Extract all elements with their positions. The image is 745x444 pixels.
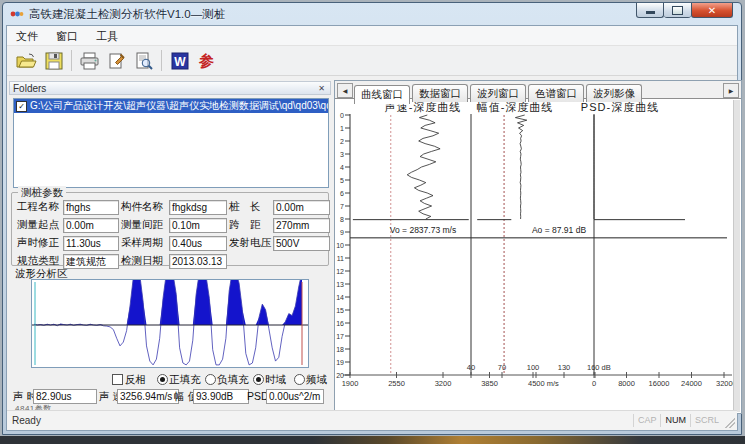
param-value[interactable]: 0.00m bbox=[273, 200, 330, 215]
word-export-icon: W bbox=[171, 52, 189, 70]
reading-value[interactable]: 0.00us^2/m bbox=[266, 389, 324, 404]
svg-text:4500 m/s: 4500 m/s bbox=[528, 379, 559, 388]
curve-pane: ◀ 曲线窗口数据窗口波列窗口色谱窗口波列影像 ▶ 012345678910111… bbox=[334, 80, 742, 414]
waveform-box[interactable] bbox=[31, 279, 309, 368]
folder-item[interactable]: ✓G:\公司产品设计开发\超声仪器\超声仪实地检测数据调试\qd\qd03\qd… bbox=[14, 99, 328, 113]
param-value[interactable]: 0.10m bbox=[169, 218, 227, 233]
svg-text:W: W bbox=[174, 54, 186, 68]
close-button[interactable]: ✕ bbox=[691, 3, 733, 18]
reading-value[interactable]: 93.90dB bbox=[193, 389, 249, 404]
keyboard-indicators: CAPNUMSCRL bbox=[633, 414, 723, 427]
menu-bar: 文件窗口工具 bbox=[7, 26, 737, 46]
minimize-button[interactable] bbox=[636, 3, 664, 18]
save-button[interactable] bbox=[40, 48, 67, 73]
param-value[interactable]: 建筑规范 bbox=[63, 254, 119, 269]
svg-text:2550: 2550 bbox=[388, 379, 405, 388]
reading-value[interactable]: 82.90us bbox=[33, 389, 97, 404]
svg-text:1900: 1900 bbox=[342, 379, 359, 388]
menu-item-0[interactable]: 文件 bbox=[7, 26, 47, 44]
maximize-icon bbox=[672, 6, 683, 15]
svg-text:24000: 24000 bbox=[681, 379, 702, 388]
menu-item-1[interactable]: 窗口 bbox=[47, 26, 87, 44]
velocity-depth-curve bbox=[407, 115, 440, 219]
tab-scroll-left-button[interactable]: ◀ bbox=[337, 83, 353, 98]
freq-domain-radio[interactable] bbox=[294, 374, 305, 385]
svg-text:6: 6 bbox=[340, 190, 344, 197]
chart-annotation: Ao = 87.91 dB bbox=[532, 225, 586, 235]
svg-text:3850: 3850 bbox=[481, 379, 498, 388]
svg-text:14: 14 bbox=[336, 294, 344, 301]
fill-negative-radio[interactable] bbox=[205, 374, 216, 385]
maximize-button[interactable] bbox=[664, 3, 691, 18]
pile-params-group: 测桩参数 工程名称fhghs构件名称fhgkdsg桩 长0.00m测量起点0.0… bbox=[11, 192, 329, 266]
time-domain-radio[interactable] bbox=[253, 374, 264, 385]
word-export-button[interactable]: W bbox=[166, 48, 193, 73]
svg-text:19: 19 bbox=[336, 359, 344, 366]
param-label: 测量间距 bbox=[121, 218, 167, 233]
fill-negative-label: 负填充 bbox=[217, 373, 249, 385]
print-preview-button[interactable] bbox=[130, 48, 157, 73]
file-list[interactable]: ✓G:\公司产品设计开发\超声仪器\超声仪实地检测数据调试\qd\qd03\qd… bbox=[13, 98, 329, 188]
svg-text:1: 1 bbox=[340, 125, 344, 132]
tab-1[interactable]: 数据窗口 bbox=[412, 84, 468, 102]
svg-text:40: 40 bbox=[467, 363, 475, 372]
chart-annotation: Vo = 2837.73 m/s bbox=[390, 225, 456, 235]
param-value[interactable]: 500V bbox=[273, 236, 330, 251]
screen: 高铁建混凝土检测分析软件V1.0—测桩 ✕ 文件窗口工具 W参 Folders … bbox=[0, 0, 745, 444]
svg-text:160 dB: 160 dB bbox=[587, 363, 611, 372]
pane-close-button[interactable]: ✕ bbox=[316, 83, 327, 94]
print-setup-button[interactable] bbox=[103, 48, 130, 73]
folders-title: Folders bbox=[13, 83, 46, 94]
folders-caption: Folders ✕ bbox=[9, 81, 331, 95]
tab-bar: ◀ 曲线窗口数据窗口波列窗口色谱窗口波列影像 ▶ bbox=[335, 81, 741, 99]
titlebar: 高铁建混凝土检测分析软件V1.0—测桩 ✕ bbox=[3, 3, 741, 25]
svg-text:4: 4 bbox=[340, 164, 344, 171]
param-value[interactable]: 11.30us bbox=[63, 236, 119, 251]
reading-value[interactable]: 3256.94m/s bbox=[117, 389, 179, 404]
svg-text:16000: 16000 bbox=[649, 379, 670, 388]
param-value[interactable]: 0.00m bbox=[63, 218, 119, 233]
app-window: 高铁建混凝土检测分析软件V1.0—测桩 ✕ 文件窗口工具 W参 Folders … bbox=[2, 2, 742, 435]
menu-item-2[interactable]: 工具 bbox=[87, 26, 127, 44]
svg-text:5: 5 bbox=[340, 177, 344, 184]
svg-text:9: 9 bbox=[340, 229, 344, 236]
folders-pane: Folders ✕ ✓G:\公司产品设计开发\超声仪器\超声仪实地检测数据调试\… bbox=[9, 81, 331, 413]
param-value[interactable]: 2013.03.13 bbox=[169, 254, 227, 269]
param-label: 桩 长 bbox=[229, 200, 271, 215]
folder-checkbox[interactable]: ✓ bbox=[16, 101, 27, 112]
resize-grip[interactable] bbox=[725, 418, 735, 428]
tab-2[interactable]: 波列窗口 bbox=[470, 84, 526, 102]
param-label: 测量起点 bbox=[17, 218, 61, 233]
param-value[interactable]: fhgkdsg bbox=[169, 200, 227, 215]
svg-text:130: 130 bbox=[558, 363, 571, 372]
svg-text:8000: 8000 bbox=[618, 379, 635, 388]
param-value[interactable]: fhghs bbox=[63, 200, 119, 215]
param-label: 跨 距 bbox=[229, 218, 271, 233]
toolbar-separator bbox=[71, 50, 72, 71]
svg-text:18: 18 bbox=[336, 346, 344, 353]
tab-3[interactable]: 色谱窗口 bbox=[528, 84, 584, 102]
svg-text:2: 2 bbox=[340, 138, 344, 145]
invert-label: 反相 bbox=[125, 373, 146, 385]
param-label: 工程名称 bbox=[17, 200, 61, 215]
tab-scroll-right-button[interactable]: ▶ bbox=[723, 83, 739, 98]
fill-positive-radio[interactable] bbox=[157, 374, 168, 385]
chart-vscrollbar[interactable] bbox=[733, 100, 740, 412]
indicator-cap: CAP bbox=[633, 414, 661, 427]
svg-text:20: 20 bbox=[336, 372, 344, 379]
print-setup-icon bbox=[108, 52, 126, 70]
print-button[interactable] bbox=[76, 48, 103, 73]
svg-text:3: 3 bbox=[340, 151, 344, 158]
svg-text:10: 10 bbox=[336, 242, 344, 249]
invert-checkbox[interactable] bbox=[112, 374, 123, 385]
window-controls: ✕ bbox=[636, 3, 733, 18]
param-value[interactable]: 270mm bbox=[273, 218, 330, 233]
tab-4[interactable]: 波列影像 bbox=[586, 84, 642, 102]
tab-0[interactable]: 曲线窗口 bbox=[354, 85, 410, 104]
open-button[interactable] bbox=[13, 48, 40, 73]
desktop-strip bbox=[0, 436, 745, 444]
param-value[interactable]: 0.40us bbox=[169, 236, 227, 251]
parameters-button[interactable]: 参 bbox=[193, 48, 220, 73]
window-body: 文件窗口工具 W参 Folders ✕ ✓G:\公司产品设计开发\超声仪器\超声… bbox=[6, 25, 738, 431]
svg-text:0: 0 bbox=[592, 379, 596, 388]
